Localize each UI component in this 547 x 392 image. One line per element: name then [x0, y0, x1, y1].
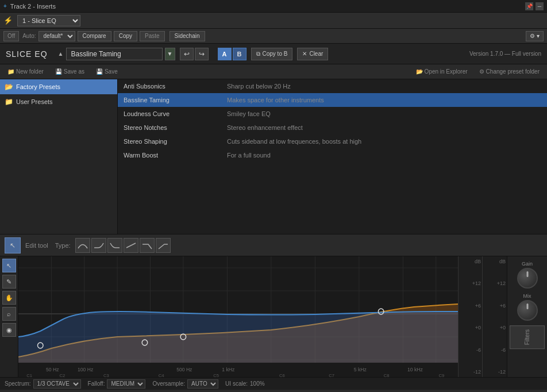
preset-toolbar: 📁 New folder 💾 Save as 💾 Save 📂 Open in …: [0, 64, 547, 79]
spectrum-select[interactable]: 1/3 OCTAVE: [33, 379, 81, 389]
preset-item-stereo-notches[interactable]: Stereo Notches Stereo enhancement effect: [118, 121, 547, 134]
undo-button[interactable]: ↩: [180, 48, 194, 60]
svg-text:100 Hz: 100 Hz: [78, 367, 94, 372]
preset-dropdown-button[interactable]: ▼: [165, 48, 175, 60]
copy-icon: ⧉: [256, 51, 260, 57]
svg-text:C1: C1: [26, 373, 32, 377]
db2-label-6: +6: [484, 303, 506, 309]
preset-item-stereo-shaping[interactable]: Stereo Shaping Cuts sideband at low freq…: [118, 134, 547, 148]
status-bar: Spectrum: 1/3 OCTAVE Falloff: MEDIUM Ove…: [0, 377, 547, 390]
type-tool-highshelf[interactable]: [91, 238, 106, 253]
user-presets-label: User Presets: [16, 98, 53, 105]
eq-area: ↖ ✎ ✋ ⌕ ◉: [0, 256, 547, 377]
type-tool-tilt[interactable]: [124, 238, 138, 253]
preset-name-input[interactable]: [66, 48, 163, 60]
svg-text:C5: C5: [213, 373, 219, 377]
toolbar1: ⚡ 1 - Slice EQ: [0, 13, 547, 29]
compare-button[interactable]: Compare: [78, 31, 111, 41]
auto-label: Auto:: [22, 33, 36, 39]
default-select[interactable]: default*: [38, 31, 75, 41]
svg-text:C6: C6: [279, 373, 285, 377]
title-bar: + Track 2 - Inserts 📌 ─: [0, 0, 547, 13]
svg-text:C4: C4: [159, 373, 164, 377]
plugin-selector[interactable]: 1 - Slice EQ: [17, 15, 80, 26]
new-folder-button[interactable]: 📁 New folder: [3, 66, 48, 78]
clear-button[interactable]: ✕ Clear: [297, 48, 328, 60]
type-tool-lowshelf[interactable]: [107, 238, 122, 253]
eq-pencil-tool[interactable]: ✎: [2, 275, 16, 289]
db-label-0: +0: [460, 325, 481, 330]
type-tool-bell[interactable]: [75, 238, 90, 253]
db-label-top1: dB: [460, 259, 481, 264]
minimize-button[interactable]: ─: [536, 2, 544, 10]
svg-text:C8: C8: [384, 373, 390, 377]
save-icon: 💾: [96, 68, 103, 75]
user-presets-folder[interactable]: 📁 User Presets: [0, 94, 117, 109]
svg-text:50 Hz: 50 Hz: [46, 367, 59, 372]
save-button[interactable]: 💾 Save: [92, 66, 122, 78]
preset-item-bassline-taming[interactable]: Bassline Taming Makes space for other in…: [118, 93, 547, 107]
factory-presets-folder[interactable]: 📂 Factory Presets: [0, 79, 117, 94]
plugin-icon: ⚡: [3, 16, 13, 25]
a-button[interactable]: A: [218, 48, 232, 60]
edit-toolbar: ↖ Edit tool Type:: [0, 235, 547, 256]
svg-text:10 kHz: 10 kHz: [407, 367, 423, 372]
ui-scale-value: 100%: [250, 381, 265, 387]
eq-canvas[interactable]: 50 Hz 100 Hz 500 Hz 1 kHz 5 kHz 10 kHz C…: [18, 256, 458, 377]
open-in-explorer-button[interactable]: 📂 Open in Explorer: [412, 66, 472, 78]
change-preset-folder-button[interactable]: ⚙ Change preset folder: [475, 66, 544, 78]
preset-item-warm-boost[interactable]: Warm Boost For a full sound: [118, 148, 547, 162]
preset-item-anti-subsonics[interactable]: Anti Subsonics Sharp cut below 20 Hz: [118, 79, 547, 93]
eq-svg: 50 Hz 100 Hz 500 Hz 1 kHz 5 kHz 10 kHz C…: [18, 256, 458, 377]
plus-icon: +: [3, 3, 7, 9]
spectrum-label: Spectrum:: [5, 381, 31, 387]
auto-button[interactable]: Off: [3, 31, 19, 41]
ui-scale-label: UI scale:: [225, 381, 248, 387]
sidechain-button[interactable]: Sidechain: [170, 31, 205, 41]
falloff-select[interactable]: MEDIUM: [107, 379, 145, 389]
pin-button[interactable]: 📌: [525, 2, 533, 10]
save-as-icon: 💾: [55, 68, 62, 75]
type-tool-cut[interactable]: [140, 238, 155, 253]
db-label-top2: dB: [484, 259, 506, 264]
mix-knob[interactable]: [517, 300, 538, 321]
cursor-tool[interactable]: ↖: [5, 237, 21, 253]
gain-knob[interactable]: [517, 268, 538, 289]
ab-buttons: A B: [218, 48, 246, 60]
db2-label-minus12: -12: [484, 369, 506, 375]
gear-icon: ⚙: [479, 68, 484, 75]
preset-item-loudness-curve[interactable]: Loudness Curve Smiley face EQ: [118, 107, 547, 121]
folder-icon: 📁: [7, 68, 14, 75]
eq-right-controls: Gain Mix Filters: [507, 256, 547, 377]
type-tools: [75, 238, 171, 253]
paste-button[interactable]: Paste: [140, 31, 165, 41]
copy-button[interactable]: Copy: [114, 31, 137, 41]
mix-knob-area: Mix: [517, 293, 538, 321]
db2-label-0: +0: [484, 325, 506, 330]
title-bar-title: Track 2 - Inserts: [10, 3, 56, 10]
settings-button[interactable]: ⚙ ▾: [526, 31, 544, 41]
eq-zoom-tool[interactable]: ⌕: [2, 307, 16, 321]
plugin-header: SLICE EQ ▲ ▼ ↩ ↪ A B ⧉ Copy to B ✕ Clear…: [0, 44, 547, 64]
preset-up-arrow[interactable]: ▲: [58, 51, 64, 57]
preset-selector: ▲ ▼: [58, 48, 175, 60]
gain-knob-area: Gain: [517, 261, 538, 289]
copy-to-b-button[interactable]: ⧉ Copy to B: [251, 48, 293, 60]
b-button[interactable]: B: [233, 48, 246, 60]
db-label-minus12: -12: [460, 369, 481, 375]
svg-text:C2: C2: [60, 373, 66, 377]
eq-spectrum-tool[interactable]: ◉: [2, 323, 16, 337]
db-label-minus6: -6: [460, 347, 481, 353]
eq-hand-tool[interactable]: ✋: [2, 291, 16, 305]
eq-select-tool[interactable]: ↖: [2, 259, 16, 272]
main-content: 📂 Factory Presets 📁 User Presets Anti Su…: [0, 79, 547, 235]
oversample-status: Oversample: AUTO: [152, 379, 218, 389]
filters-tab[interactable]: Filters: [510, 325, 545, 349]
db-label-12: +12: [460, 280, 481, 286]
mix-label: Mix: [523, 293, 531, 299]
ui-scale-status: UI scale: 100%: [225, 381, 264, 387]
type-tool-notch[interactable]: [156, 238, 171, 253]
redo-button[interactable]: ↪: [195, 48, 209, 60]
save-as-button[interactable]: 💾 Save as: [51, 66, 88, 78]
oversample-select[interactable]: AUTO: [187, 379, 218, 389]
